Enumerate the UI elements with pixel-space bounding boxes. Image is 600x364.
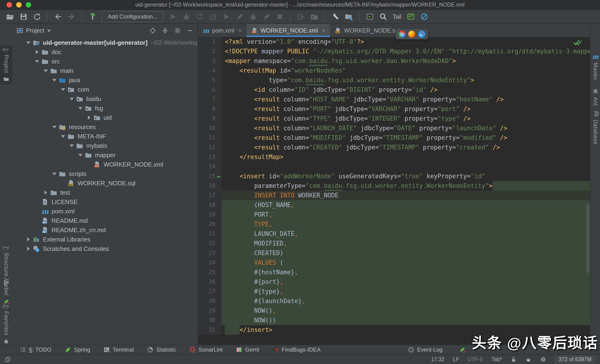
tree-item-test[interactable]: test [12, 188, 197, 197]
tree-item-worker-node-xml[interactable]: <>WORKER_NODE.xml [12, 160, 197, 169]
tree-item-readme-zh-cn-md[interactable]: MDREADME.zh_cn.md [12, 225, 197, 235]
settings-wrench-icon[interactable] [331, 13, 339, 21]
jrebel-run-icon[interactable] [236, 13, 244, 21]
line-number[interactable]: 26 [198, 277, 222, 287]
tree-item-src[interactable]: src [12, 57, 197, 66]
info-circle-icon[interactable] [540, 356, 546, 363]
tree-item-mapper[interactable]: mapper [12, 150, 197, 160]
terminal-run-icon[interactable] [366, 13, 374, 21]
line-number[interactable]: 15← [198, 172, 222, 181]
chevron-collapsed-icon[interactable] [84, 116, 94, 120]
line-number[interactable]: 16 [198, 181, 222, 191]
chevron-expanded-icon[interactable] [24, 41, 33, 44]
chevron-expanded-icon[interactable] [59, 135, 67, 138]
highlighting-level-icon[interactable] [525, 356, 532, 363]
line-number[interactable]: 17 [198, 191, 222, 200]
line-number[interactable]: 29 [198, 306, 222, 316]
tree-item-doc[interactable]: doc [12, 47, 197, 57]
line-number[interactable]: 10 [198, 123, 222, 133]
inspections-ok-icon[interactable] [573, 38, 583, 47]
save-all-icon[interactable] [19, 13, 28, 21]
line-number[interactable]: 8 [198, 104, 222, 114]
tool-window-button-sonarlint[interactable]: SonarLint [189, 346, 223, 353]
tool-window-button-event-log[interactable]: Event Log [408, 346, 442, 353]
run-configuration-select[interactable]: Add Configuration... [102, 11, 164, 22]
chrome-icon[interactable] [398, 31, 405, 38]
tree-item-uid[interactable]: uid [12, 113, 197, 122]
line-ending-indicator[interactable]: LF [453, 356, 459, 363]
tail-button[interactable]: Tail [393, 13, 402, 20]
project-structure-icon[interactable] [345, 13, 353, 21]
memory-indicator[interactable]: 372 of 6397M [555, 355, 595, 364]
chevron-expanded-icon[interactable] [33, 60, 41, 63]
ban-icon[interactable] [420, 13, 428, 21]
build-project-icon[interactable] [88, 13, 96, 21]
tab-pom-xml[interactable]: mpom.xml× [198, 24, 247, 37]
tree-item-main[interactable]: main [12, 66, 197, 75]
tree-item-uid-generator-master[interactable]: uid-generator-master [uid-generator]~/02… [12, 38, 197, 47]
tree-item-pom-xml[interactable]: mpom.xml [12, 207, 197, 216]
chevron-collapsed-icon[interactable] [41, 191, 50, 195]
tree-item-license[interactable]: LICENSE [12, 197, 197, 207]
tree-item-readme-md[interactable]: MDREADME.md [12, 216, 197, 225]
search-everywhere-icon[interactable] [379, 13, 387, 21]
tree-item-scratches-and-consoles[interactable]: Scratches and Consoles [12, 244, 197, 254]
tool-window-button-terminal[interactable]: Terminal [103, 346, 134, 353]
tool-window-button-statistic[interactable]: Statistic [147, 346, 176, 353]
tree-item-worker-node-sql[interactable]: SQLWORKER_NODE.sql [12, 179, 197, 188]
chevron-down-icon[interactable] [47, 30, 51, 32]
line-number[interactable]: 20 [198, 219, 222, 229]
line-number[interactable]: 5 [198, 75, 222, 85]
collapse-all-icon[interactable] [162, 27, 169, 34]
tree-item-java[interactable]: java [12, 75, 197, 85]
line-number[interactable]: 13 [198, 152, 222, 162]
line-number[interactable]: 2 [198, 47, 222, 56]
stripe-item-1-project[interactable]: 1: Project [0, 46, 12, 85]
open-icon[interactable] [6, 13, 14, 21]
code-editor[interactable]: 1<?xml version="1.0" encoding="UTF-8"?>2… [198, 37, 591, 345]
line-number[interactable]: 6 [198, 85, 222, 95]
line-number[interactable]: 1 [198, 37, 222, 47]
encoding-indicator[interactable]: UTF-8 [468, 356, 483, 363]
tree-item-external-libraries[interactable]: External Libraries [12, 235, 197, 244]
stripe-item-ant[interactable]: Ant [591, 85, 600, 108]
jrebel-debug-icon[interactable] [249, 13, 257, 21]
project-panel-title[interactable]: Project [26, 27, 44, 34]
line-number[interactable]: 22 [198, 239, 222, 248]
rerun-icon[interactable] [262, 13, 271, 21]
chevron-expanded-icon[interactable] [76, 154, 85, 156]
profiler-icon[interactable] [209, 13, 217, 21]
tool-window-switcher-icon[interactable] [5, 356, 11, 363]
chevron-expanded-icon[interactable] [50, 126, 59, 128]
chevron-expanded-icon[interactable] [76, 107, 85, 110]
close-tab-icon[interactable]: × [238, 27, 242, 34]
chevron-collapsed-icon[interactable] [24, 247, 33, 251]
firefox-icon[interactable] [408, 31, 415, 38]
line-number[interactable]: 27 [198, 287, 222, 296]
chevron-collapsed-icon[interactable] [33, 50, 41, 54]
chevron-expanded-icon[interactable] [67, 98, 76, 100]
chevron-expanded-icon[interactable] [67, 145, 76, 147]
line-number[interactable]: 23 [198, 248, 222, 258]
tool-window-button-spring[interactable]: Spring [65, 346, 90, 353]
tool-window-button-jrebel[interactable]: JR [459, 346, 466, 353]
chevron-expanded-icon[interactable] [41, 70, 50, 72]
sync-icon[interactable] [33, 13, 41, 21]
line-number[interactable]: 18 [198, 200, 222, 210]
chevron-expanded-icon[interactable] [50, 173, 59, 175]
update-app-icon[interactable] [310, 13, 318, 21]
tree-item-com[interactable]: com [12, 85, 197, 94]
gear-icon[interactable] [174, 27, 181, 34]
monitor-icon[interactable] [407, 13, 415, 21]
tree-item-scripts[interactable]: scripts [12, 169, 197, 179]
line-number[interactable]: 9 [198, 114, 222, 123]
line-number[interactable]: 24 [198, 258, 222, 267]
tree-item-resources[interactable]: resources [12, 122, 197, 132]
navigation-back-arrow-icon[interactable]: ← [217, 172, 221, 181]
tree-item-baidu[interactable]: baidu [12, 94, 197, 104]
tool-window-button-findbugs-idea[interactable]: FindBugs-IDEA [272, 346, 320, 353]
chevron-expanded-icon[interactable] [50, 79, 59, 82]
tree-item-fsg[interactable]: fsg [12, 104, 197, 113]
attach-debugger-icon[interactable] [297, 13, 305, 21]
stripe-item-maven[interactable]: mMaven [591, 51, 600, 82]
